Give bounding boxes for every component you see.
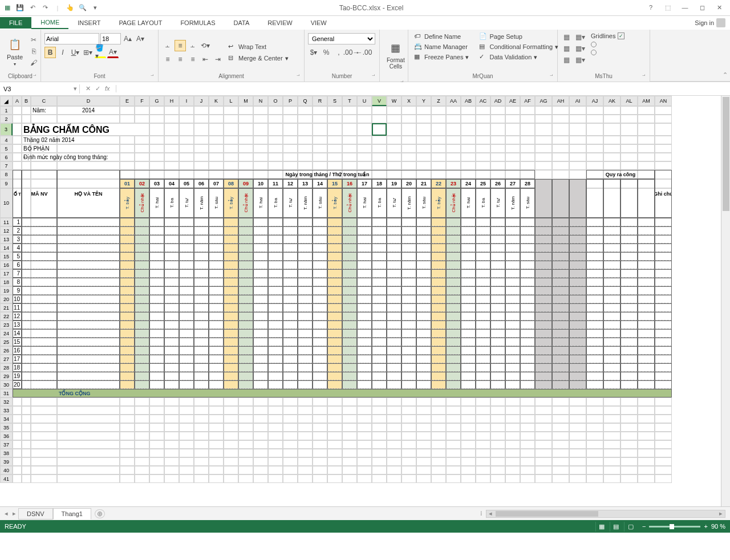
row-header-32[interactable]: 32 bbox=[0, 397, 13, 406]
quy-col[interactable] bbox=[586, 179, 603, 218]
data-4-16[interactable] bbox=[342, 244, 357, 252]
cell[interactable] bbox=[431, 123, 446, 136]
cell[interactable] bbox=[194, 466, 209, 474]
row-header-3[interactable]: 3 bbox=[0, 123, 13, 136]
cell[interactable] bbox=[620, 415, 638, 423]
data-12-24[interactable] bbox=[461, 312, 476, 320]
cell[interactable] bbox=[13, 474, 22, 483]
cell[interactable] bbox=[461, 432, 476, 440]
cell[interactable] bbox=[327, 474, 342, 483]
col-header-Y[interactable]: Y bbox=[416, 96, 431, 106]
data-12-15[interactable] bbox=[327, 312, 342, 320]
data-8-07[interactable] bbox=[209, 278, 224, 286]
data-20-25[interactable] bbox=[476, 380, 490, 389]
data-8-18[interactable] bbox=[372, 278, 387, 286]
day-28[interactable]: 28 bbox=[520, 179, 535, 188]
content-cell[interactable] bbox=[603, 372, 620, 380]
content-cell[interactable] bbox=[638, 338, 655, 346]
cell[interactable] bbox=[620, 397, 638, 406]
cell[interactable] bbox=[569, 449, 586, 457]
hdr-sott[interactable]: SỐ TT bbox=[13, 170, 22, 218]
cell[interactable] bbox=[238, 432, 253, 440]
data-1-15[interactable] bbox=[327, 218, 342, 226]
cell[interactable] bbox=[520, 415, 535, 423]
data-16-21[interactable] bbox=[416, 346, 431, 355]
data-17-19[interactable] bbox=[387, 355, 402, 363]
cell[interactable] bbox=[194, 136, 209, 144]
content-cell[interactable] bbox=[586, 218, 603, 226]
data-16-12[interactable] bbox=[283, 346, 298, 355]
cell[interactable] bbox=[298, 153, 313, 161]
manv-3[interactable] bbox=[22, 235, 57, 244]
cell[interactable] bbox=[327, 106, 342, 115]
cell[interactable] bbox=[194, 397, 209, 406]
cell[interactable] bbox=[535, 397, 552, 406]
data-11-23[interactable] bbox=[446, 303, 461, 312]
rownum-16[interactable]: 16 bbox=[13, 346, 22, 355]
data-13-10[interactable] bbox=[253, 320, 268, 329]
data-6-02[interactable] bbox=[135, 261, 149, 269]
cell[interactable] bbox=[372, 115, 387, 123]
cell[interactable] bbox=[13, 397, 22, 406]
cell[interactable] bbox=[387, 153, 402, 161]
content-cell[interactable] bbox=[638, 286, 655, 295]
align-right-icon[interactable]: ≡ bbox=[187, 54, 198, 65]
content-cell[interactable] bbox=[569, 226, 586, 235]
cell[interactable] bbox=[57, 474, 120, 483]
data-2-21[interactable] bbox=[416, 226, 431, 235]
cell[interactable] bbox=[620, 115, 638, 123]
data-12-09[interactable] bbox=[238, 312, 253, 320]
content-cell[interactable] bbox=[535, 355, 552, 363]
cell[interactable] bbox=[327, 432, 342, 440]
cell[interactable] bbox=[620, 136, 638, 144]
data-18-19[interactable] bbox=[387, 363, 402, 372]
data-14-14[interactable] bbox=[313, 329, 327, 338]
cell[interactable] bbox=[298, 136, 313, 144]
cell[interactable] bbox=[520, 406, 535, 415]
cell[interactable] bbox=[476, 457, 490, 466]
data-11-25[interactable] bbox=[476, 303, 490, 312]
cell[interactable] bbox=[253, 440, 268, 449]
data-13-04[interactable] bbox=[164, 320, 179, 329]
msthu-radio[interactable] bbox=[589, 41, 627, 48]
cell[interactable] bbox=[638, 397, 655, 406]
data-5-01[interactable] bbox=[120, 252, 135, 261]
cell[interactable] bbox=[209, 153, 224, 161]
data-4-27[interactable] bbox=[505, 244, 520, 252]
content-cell[interactable] bbox=[620, 346, 638, 355]
cell[interactable] bbox=[638, 153, 655, 161]
data-3-15[interactable] bbox=[327, 235, 342, 244]
data-5-12[interactable] bbox=[283, 252, 298, 261]
data-18-18[interactable] bbox=[372, 363, 387, 372]
cell[interactable] bbox=[402, 106, 416, 115]
data-8-05[interactable] bbox=[179, 278, 194, 286]
data-20-16[interactable] bbox=[342, 380, 357, 389]
row-header-5[interactable]: 5 bbox=[0, 144, 13, 153]
content-cell[interactable] bbox=[569, 320, 586, 329]
data-17-13[interactable] bbox=[298, 355, 313, 363]
content-cell[interactable] bbox=[535, 269, 552, 278]
cell[interactable] bbox=[313, 432, 327, 440]
data-12-26[interactable] bbox=[490, 312, 505, 320]
cell[interactable] bbox=[520, 432, 535, 440]
cell[interactable] bbox=[655, 136, 672, 144]
data-8-02[interactable] bbox=[135, 278, 149, 286]
tab-home[interactable]: HOME bbox=[31, 17, 68, 29]
cell[interactable] bbox=[164, 144, 179, 153]
cell[interactable] bbox=[357, 440, 372, 449]
data-9-02[interactable] bbox=[135, 286, 149, 295]
data-9-24[interactable] bbox=[461, 286, 476, 295]
data-20-04[interactable] bbox=[164, 380, 179, 389]
data-6-26[interactable] bbox=[490, 261, 505, 269]
data-19-14[interactable] bbox=[313, 372, 327, 380]
data-9-28[interactable] bbox=[520, 286, 535, 295]
data-10-17[interactable] bbox=[357, 295, 372, 303]
cell[interactable] bbox=[13, 115, 22, 123]
content-cell[interactable] bbox=[620, 226, 638, 235]
cell[interactable] bbox=[402, 161, 416, 170]
format-cells-button[interactable]: ▦Format Cells bbox=[383, 39, 408, 71]
cell[interactable] bbox=[535, 106, 552, 115]
data-5-24[interactable] bbox=[461, 252, 476, 261]
data-14-06[interactable] bbox=[194, 329, 209, 338]
data-8-24[interactable] bbox=[461, 278, 476, 286]
